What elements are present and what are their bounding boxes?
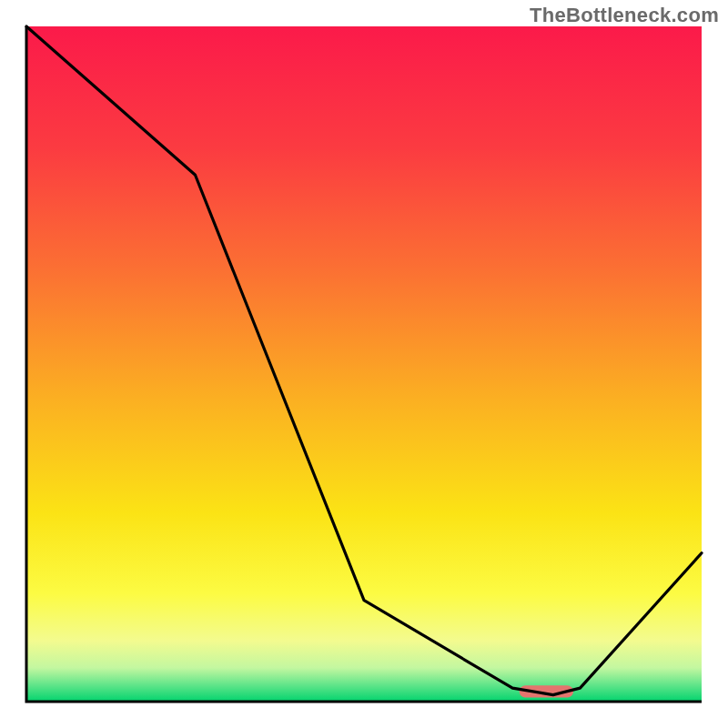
bottleneck-chart [0,0,728,728]
watermark-label: TheBottleneck.com [530,4,719,27]
chart-frame: TheBottleneck.com [0,0,728,728]
